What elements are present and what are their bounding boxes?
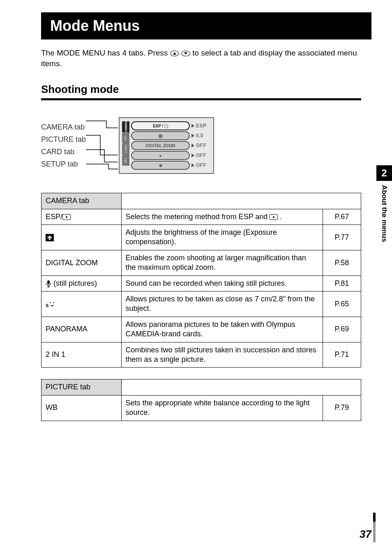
intro-part-a: The MODE MENU has 4 tabs. Press — [41, 49, 170, 57]
nav-down-icon — [181, 51, 190, 56]
svg-rect-0 — [47, 280, 50, 284]
table-row: 2 IN 1 Combines two still pictures taken… — [42, 342, 361, 368]
row-name: 2 IN 1 — [42, 342, 122, 368]
svg-point-3 — [53, 302, 54, 303]
row-name: WB — [42, 395, 122, 421]
row-name: ESP/ — [46, 213, 62, 221]
lcd-row: ▨0.0 — [131, 131, 208, 140]
page-title: Mode Menus — [41, 12, 371, 39]
row-desc: Enables the zoom shooting at larger magn… — [121, 250, 323, 275]
row-page: P.71 — [323, 342, 361, 368]
row-desc: Allows panorama pictures to be taken wit… — [121, 317, 323, 342]
spot-metering-icon — [270, 214, 278, 220]
camera-tab-table: CAMERA tab ESP/ Selects the metering met… — [41, 193, 361, 368]
triangle-icon — [191, 153, 194, 157]
row-name: (still pictures) — [53, 279, 97, 287]
triangle-icon — [191, 143, 194, 148]
row-desc: Allows pictures to be taken as close as … — [121, 292, 323, 317]
row-desc: Sound can be recorded when taking still … — [121, 275, 323, 291]
row-page: P.69 — [323, 317, 361, 342]
lcd-tab-set: SET — [122, 155, 129, 166]
lcd-row: ESP / ⬚ESP — [131, 121, 208, 130]
chapter-title: About the menus — [380, 185, 388, 242]
exposure-comp-icon: ⧾ — [46, 234, 54, 241]
table-row: WB Sets the appropriate white balance ac… — [42, 395, 361, 421]
lcd-tab-pic: PIC — [122, 132, 129, 143]
lcd-row: ❀OFF — [131, 161, 208, 170]
chapter-number: 2 — [376, 165, 392, 181]
diagram-label-picture: PICTURE tab — [41, 135, 86, 144]
table-row: ⧾ Adjusts the brightness of the image (E… — [42, 225, 361, 250]
row-desc: Combines two still pictures taken in suc… — [121, 342, 323, 368]
row-page: P.79 — [323, 395, 361, 421]
table-row: DIGITAL ZOOM Enables the zoom shooting a… — [42, 250, 361, 275]
table-row: (still pictures) Sound can be recorded w… — [42, 275, 361, 291]
row-name: DIGITAL ZOOM — [42, 250, 122, 275]
microphone-icon — [46, 280, 51, 287]
connector-lines — [86, 115, 119, 176]
table-row: ESP/ Selects the metering method from ES… — [42, 209, 361, 224]
lcd-tab-camera: CAMERA — [122, 121, 129, 132]
tab-diagram: CAMERA tab PICTURE tab CARD tab SETUP ta… — [41, 115, 361, 176]
row-page: P.67 — [323, 209, 361, 224]
lcd-row: DIGITAL ZOOMOFF — [131, 141, 208, 150]
svg-point-2 — [50, 302, 51, 303]
page-number: 37 — [360, 528, 371, 541]
intro-text: The MODE MENU has 4 tabs. Press to selec… — [41, 48, 361, 69]
diagram-label-card: CARD tab — [41, 148, 86, 156]
row-page: P.65 — [323, 292, 361, 317]
picture-tab-table: PICTURE tab WB Sets the appropriate whit… — [41, 379, 361, 421]
page-decoration-bar — [373, 522, 376, 542]
lcd-mock: CAMERA PIC CARD SET ESP / ⬚ESP ▨0.0 DIGI… — [119, 117, 214, 174]
triangle-icon — [191, 134, 194, 138]
camera-tab-header: CAMERA tab — [42, 193, 122, 209]
row-desc: Sets the appropriate white balance accor… — [121, 395, 323, 421]
spot-metering-icon — [62, 214, 71, 220]
blank-cell — [121, 193, 361, 209]
row-page: P.58 — [323, 250, 361, 275]
row-page: P.77 — [323, 225, 361, 250]
diagram-label-setup: SETUP tab — [41, 160, 86, 169]
section-heading: Shooting mode — [41, 83, 361, 100]
side-chapter-tab: 2 About the menus — [376, 165, 392, 242]
lcd-tab-card: CARD — [122, 143, 129, 155]
row-desc-b: . — [278, 213, 282, 221]
blank-cell — [121, 379, 361, 395]
diagram-label-camera: CAMERA tab — [41, 123, 86, 132]
picture-tab-header: PICTURE tab — [42, 379, 122, 395]
row-desc: Selects the metering method from ESP and — [126, 213, 270, 221]
super-macro-icon: S — [46, 300, 56, 308]
table-row: S Allows pictures to be taken as close a… — [42, 292, 361, 317]
table-row: PANORAMA Allows panorama pictures to be … — [42, 317, 361, 342]
row-name: PANORAMA — [42, 317, 122, 342]
svg-text:S: S — [46, 303, 48, 308]
row-desc: Adjusts the brightness of the image (Exp… — [121, 225, 323, 250]
nav-up-icon — [170, 51, 179, 56]
lcd-row: ●OFF — [131, 151, 208, 160]
triangle-icon — [191, 124, 194, 128]
row-page: P.81 — [323, 275, 361, 291]
triangle-icon — [191, 163, 194, 167]
